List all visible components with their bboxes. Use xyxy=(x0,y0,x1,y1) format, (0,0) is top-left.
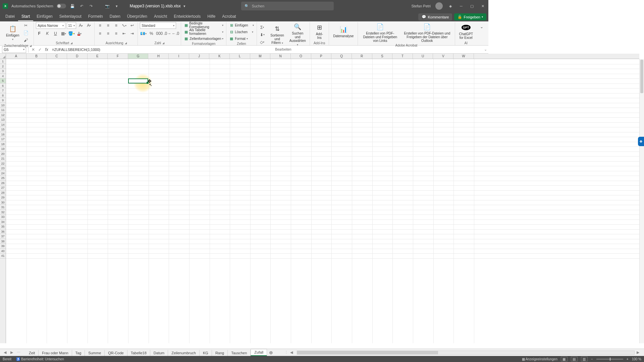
tab-seitenlayout[interactable]: Seitenlayout xyxy=(56,12,85,21)
col-header-O[interactable]: O xyxy=(291,54,311,59)
data-analysis-button[interactable]: 📊Datenanalyse xyxy=(331,25,356,39)
dialog-launcher-icon[interactable]: ◢ xyxy=(162,42,164,45)
align-center-icon[interactable]: ≡ xyxy=(105,30,111,37)
name-box[interactable]: G5▾ xyxy=(2,46,26,53)
col-header-K[interactable]: K xyxy=(209,54,230,59)
tab-entwicklertools[interactable]: Entwicklertools xyxy=(170,12,204,21)
filename-dropdown-icon[interactable]: ▾ xyxy=(181,3,187,9)
sort-filter-button[interactable]: ⇅Sortieren und Filtern ▾ xyxy=(268,24,286,46)
row-header-11[interactable]: 11 xyxy=(0,108,6,113)
row-header-15[interactable]: 15 xyxy=(0,127,6,132)
border-icon[interactable]: ▦▾ xyxy=(60,30,67,37)
delete-cells-button[interactable]: ⊟Löschen▾ xyxy=(228,29,254,35)
col-header-V[interactable]: V xyxy=(433,54,453,59)
cells-area[interactable]: ✥ ↖ xyxy=(6,59,488,274)
row-header-8[interactable]: 8 xyxy=(0,93,6,98)
find-select-button[interactable]: 🔍Suchen und Auswählen ▾ xyxy=(287,22,308,47)
col-header-A[interactable]: A xyxy=(6,54,26,59)
row-header-29[interactable]: 29 xyxy=(0,195,6,200)
diamond-icon[interactable]: ◈ xyxy=(447,3,453,9)
row-header-23[interactable]: 23 xyxy=(0,166,6,171)
percent-icon[interactable]: % xyxy=(148,30,155,37)
col-header-P[interactable]: P xyxy=(311,54,332,59)
row-header-28[interactable]: 28 xyxy=(0,190,6,195)
row-header-24[interactable]: 24 xyxy=(0,171,6,176)
row-header-14[interactable]: 14 xyxy=(0,122,6,127)
dialog-launcher-icon[interactable]: ◢ xyxy=(70,42,72,45)
orientation-icon[interactable]: ⤡▾ xyxy=(121,22,127,29)
row-header-3[interactable]: 3 xyxy=(0,69,6,74)
autosum-icon[interactable]: Σ▾ xyxy=(259,24,266,31)
row-header-37[interactable]: 37 xyxy=(0,234,6,239)
col-header-F[interactable]: F xyxy=(108,54,128,59)
col-header-S[interactable]: S xyxy=(372,54,393,59)
row-header-35[interactable]: 35 xyxy=(0,224,6,229)
collapse-ribbon-icon[interactable]: ⌄ xyxy=(478,23,485,30)
row-header-7[interactable]: 7 xyxy=(0,88,6,93)
format-cells-button[interactable]: ▦Format▾ xyxy=(228,36,254,42)
currency-icon[interactable]: 💶▾ xyxy=(140,30,147,37)
comma-icon[interactable]: 000 xyxy=(156,30,163,37)
col-header-B[interactable]: B xyxy=(26,54,47,59)
row-header-12[interactable]: 12 xyxy=(0,113,6,118)
col-header-W[interactable]: W xyxy=(453,54,474,59)
insert-function-icon[interactable]: fx xyxy=(43,46,50,53)
col-header-H[interactable]: H xyxy=(148,54,169,59)
row-header-27[interactable]: 27 xyxy=(0,185,6,190)
search-box[interactable]: 🔍 Suchen xyxy=(241,2,334,10)
select-all-button[interactable] xyxy=(0,54,6,59)
expand-formula-bar-icon[interactable]: ⌄ xyxy=(482,47,488,52)
row-headers[interactable]: 1234567891011121314151617181920212223242… xyxy=(0,59,6,274)
minimize-icon[interactable]: ─ xyxy=(458,3,464,9)
row-header-34[interactable]: 34 xyxy=(0,220,6,225)
autosave-toggle[interactable] xyxy=(57,4,66,8)
col-header-R[interactable]: R xyxy=(352,54,372,59)
row-header-39[interactable]: 39 xyxy=(0,244,6,249)
tab-datei[interactable]: Datei xyxy=(2,12,18,21)
fill-icon[interactable]: ⬇▾ xyxy=(259,32,266,38)
row-header-21[interactable]: 21 xyxy=(0,156,6,161)
tab-überprüfen[interactable]: Überprüfen xyxy=(124,12,151,21)
avatar[interactable] xyxy=(435,2,443,10)
row-header-13[interactable]: 13 xyxy=(0,117,6,122)
undo-icon[interactable]: ↶ xyxy=(79,3,85,9)
row-header-32[interactable]: 32 xyxy=(0,210,6,215)
align-right-icon[interactable]: ≡ xyxy=(113,30,119,37)
row-header-41[interactable]: 41 xyxy=(0,253,6,258)
row-header-40[interactable]: 40 xyxy=(0,249,6,254)
col-header-L[interactable]: L xyxy=(230,54,250,59)
username[interactable]: Stefan Petri xyxy=(412,4,431,8)
conditional-formatting-button[interactable]: ▦Bedingte Formatierung▾ xyxy=(183,22,224,28)
row-header-30[interactable]: 30 xyxy=(0,200,6,205)
row-header-16[interactable]: 16 xyxy=(0,132,6,137)
tab-einfügen[interactable]: Einfügen xyxy=(33,12,56,21)
share-button[interactable]: 🔓Freigeben▾ xyxy=(454,13,486,20)
row-header-26[interactable]: 26 xyxy=(0,181,6,186)
tab-acrobat[interactable]: Acrobat xyxy=(219,12,239,21)
cell-styles-button[interactable]: ▦Zellenformatvorlagen▾ xyxy=(183,36,224,42)
align-bottom-icon[interactable]: ≡ xyxy=(113,22,119,29)
number-format-select[interactable]: Standard▾ xyxy=(140,22,176,29)
row-header-4[interactable]: 4 xyxy=(0,74,6,79)
underline-button[interactable]: U xyxy=(52,30,59,37)
increase-font-icon[interactable]: A▴ xyxy=(77,22,84,29)
decrease-font-icon[interactable]: A▾ xyxy=(86,22,92,29)
row-header-1[interactable]: 1 xyxy=(0,59,6,64)
row-header-38[interactable]: 38 xyxy=(0,239,6,244)
row-header-33[interactable]: 33 xyxy=(0,215,6,220)
tab-start[interactable]: Start xyxy=(18,12,33,21)
format-as-table-button[interactable]: ▦Als Tabelle formatieren▾ xyxy=(183,29,224,35)
row-header-18[interactable]: 18 xyxy=(0,142,6,147)
col-header-C[interactable]: C xyxy=(47,54,67,59)
cut-icon[interactable]: ✂ xyxy=(22,22,29,29)
italic-button[interactable]: K xyxy=(44,30,51,37)
enter-formula-icon[interactable]: ✓ xyxy=(37,46,43,53)
row-header-25[interactable]: 25 xyxy=(0,176,6,181)
fill-color-icon[interactable]: 🪣▾ xyxy=(68,30,75,37)
dialog-launcher-icon[interactable]: ◢ xyxy=(125,42,127,45)
tab-ansicht[interactable]: Ansicht xyxy=(151,12,170,21)
tab-hilfe[interactable]: Hilfe xyxy=(204,12,219,21)
tab-daten[interactable]: Daten xyxy=(106,12,124,21)
align-middle-icon[interactable]: ≡ xyxy=(105,22,111,29)
column-headers[interactable]: ABCDEFGHIJKLMNOPQRSTUVW xyxy=(6,54,488,59)
